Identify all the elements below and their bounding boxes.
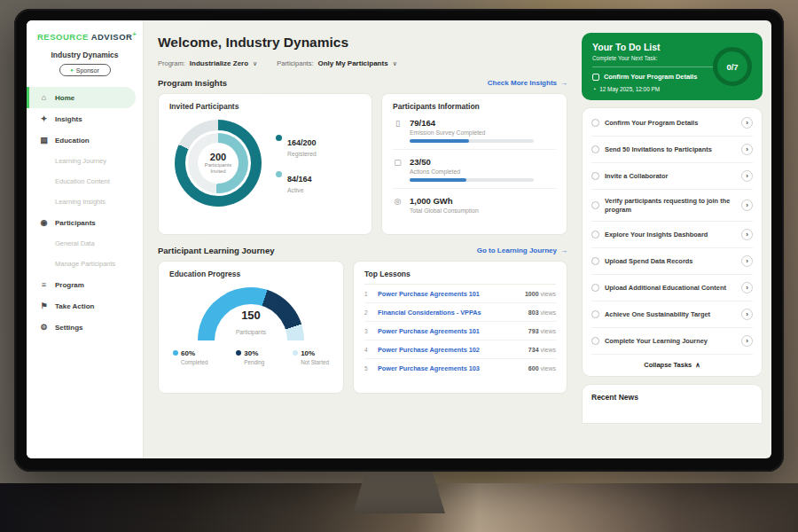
monitor-bezel: RESOURCE ADVISOR+ Industry Dynamics ● Sp… bbox=[14, 9, 784, 472]
lesson-row[interactable]: 4 Power Purchase Agreements 102 734 view… bbox=[364, 340, 556, 359]
sidebar-item-learning-journey[interactable]: Learning Journey bbox=[27, 151, 143, 171]
todo-progress-ring: 0/7 bbox=[713, 47, 752, 86]
lesson-row[interactable]: 5 Power Purchase Agreements 103 600 view… bbox=[364, 359, 556, 377]
donut-center: 200 Participants Invited bbox=[198, 143, 239, 184]
task-radio[interactable] bbox=[591, 337, 599, 345]
task-label: Upload Additional Educational Content bbox=[605, 284, 736, 293]
journey-cards-row: Education Progress 150 Participants 60 bbox=[158, 261, 567, 394]
collapse-tasks-button[interactable]: Collapse Tasks ∧ bbox=[591, 355, 753, 374]
education-gauge-chart: 150 Participants bbox=[198, 287, 304, 342]
task-row[interactable]: Upload Additional Educational Content › bbox=[591, 275, 753, 301]
brand-plus: + bbox=[132, 31, 137, 37]
page-title: Welcome, Industry Dynamics bbox=[158, 35, 567, 51]
chevron-right-icon[interactable]: › bbox=[741, 144, 753, 155]
task-checkbox[interactable] bbox=[592, 74, 599, 81]
invited-donut-chart: 200 Participants Invited bbox=[175, 120, 262, 207]
info-value: 1,000 GWh bbox=[410, 196, 479, 206]
sidebar-item-home[interactable]: ⌂ Home bbox=[27, 87, 136, 108]
sponsor-badge[interactable]: ● Sponsor bbox=[59, 64, 111, 76]
lesson-title-link[interactable]: Power Purchase Agreements 102 bbox=[378, 346, 522, 354]
task-label: Invite a Collaborator bbox=[605, 172, 736, 181]
program-filter-value: Industrialize Zero bbox=[190, 59, 248, 67]
card-title: Participants Information bbox=[393, 102, 556, 111]
sidebar-item-manage-participants[interactable]: Manage Participants bbox=[27, 254, 143, 274]
sidebar-item-insights[interactable]: ✦ Insights bbox=[27, 108, 143, 129]
task-row[interactable]: Achieve One Sustainability Target › bbox=[591, 301, 753, 328]
lesson-row[interactable]: 3 Power Purchase Agreements 101 793 view… bbox=[364, 322, 556, 340]
brand-primary: RESOURCE bbox=[37, 32, 89, 42]
task-label: Explore Your Insights Dashboard bbox=[605, 231, 736, 239]
gauge-center-value: 150 bbox=[198, 309, 304, 322]
task-row[interactable]: Send 50 Invitations to Participants › bbox=[591, 137, 753, 163]
go-to-learning-journey-link[interactable]: Go to Learning Journey → bbox=[477, 246, 567, 254]
task-radio[interactable] bbox=[591, 145, 599, 153]
task-row[interactable]: Verify participants requesting to join t… bbox=[591, 190, 753, 222]
task-radio[interactable] bbox=[591, 284, 599, 292]
task-row[interactable]: Invite a Collaborator › bbox=[591, 163, 753, 190]
task-label: Send 50 Invitations to Participants bbox=[605, 145, 736, 154]
chevron-right-icon[interactable]: › bbox=[741, 309, 753, 320]
sidebar-item-program[interactable]: ≡ Program bbox=[27, 274, 143, 295]
chevron-right-icon[interactable]: › bbox=[741, 170, 753, 182]
scene: RESOURCE ADVISOR+ Industry Dynamics ● Sp… bbox=[0, 0, 798, 532]
sidebar-item-participants[interactable]: ◉ Participants bbox=[27, 212, 143, 233]
filter-bar: Program: Industrialize Zero ∨ Participan… bbox=[158, 59, 567, 67]
lesson-views-unit: views bbox=[539, 365, 556, 372]
task-radio[interactable] bbox=[591, 310, 599, 318]
chevron-right-icon[interactable]: › bbox=[741, 335, 753, 347]
task-row[interactable]: Explore Your Insights Dashboard › bbox=[591, 222, 753, 248]
chevron-right-icon[interactable]: › bbox=[741, 117, 753, 129]
next-task-row[interactable]: Confirm Your Program Details bbox=[592, 73, 725, 81]
participants-filter[interactable]: Participants: Only My Participants ∨ bbox=[277, 59, 397, 67]
lesson-row[interactable]: 2 Financial Considerations - VPPAs 803 v… bbox=[364, 303, 556, 322]
main-content: Welcome, Industry Dynamics Program: Indu… bbox=[144, 20, 578, 458]
section-title: Program Insights bbox=[158, 78, 227, 88]
divider bbox=[592, 66, 716, 67]
legend-item: 10% Not Started bbox=[293, 349, 329, 365]
lesson-views-unit: views bbox=[539, 347, 556, 353]
sidebar-item-education[interactable]: ▤ Education bbox=[27, 129, 143, 151]
task-radio[interactable] bbox=[591, 201, 599, 209]
lesson-title-link[interactable]: Power Purchase Agreements 101 bbox=[378, 327, 522, 335]
task-row[interactable]: Upload Spend Data Records › bbox=[591, 248, 753, 275]
lesson-views-unit: views bbox=[539, 309, 556, 316]
info-value: 79/164 bbox=[410, 118, 534, 128]
sidebar-item-general-data[interactable]: General Data bbox=[27, 233, 143, 254]
chevron-right-icon[interactable]: › bbox=[741, 255, 753, 267]
lesson-title-link[interactable]: Financial Considerations - VPPAs bbox=[378, 309, 522, 317]
lesson-row[interactable]: 1 Power Purchase Agreements 101 1000 vie… bbox=[364, 285, 556, 303]
sidebar-item-learning-insights[interactable]: Learning Insights bbox=[27, 192, 143, 212]
task-radio[interactable] bbox=[591, 231, 599, 239]
lesson-rank: 3 bbox=[364, 328, 372, 334]
gauge-center: 150 Participants bbox=[198, 309, 304, 338]
task-label: Upload Spend Data Records bbox=[605, 257, 736, 266]
chevron-up-icon: ∧ bbox=[695, 361, 700, 369]
insights-icon: ✦ bbox=[39, 114, 49, 123]
task-radio[interactable] bbox=[591, 257, 599, 265]
completed-dot-icon bbox=[173, 350, 178, 356]
lesson-title-link[interactable]: Power Purchase Agreements 103 bbox=[378, 364, 522, 372]
task-row[interactable]: Confirm Your Program Details › bbox=[591, 110, 753, 137]
recent-news-card: Recent News bbox=[582, 384, 763, 424]
task-radio[interactable] bbox=[591, 172, 599, 180]
program-filter[interactable]: Program: Industrialize Zero ∨ bbox=[158, 59, 257, 67]
task-radio[interactable] bbox=[591, 119, 599, 127]
legend-item: 84/164 Active bbox=[276, 169, 317, 193]
todo-summary-card: Your To Do List Complete Your Next Task:… bbox=[582, 33, 763, 100]
lesson-rank: 1 bbox=[364, 291, 372, 297]
lesson-title-link[interactable]: Power Purchase Agreements 101 bbox=[378, 290, 519, 298]
chevron-right-icon[interactable]: › bbox=[741, 282, 753, 293]
sidebar-item-education-content[interactable]: Education Content bbox=[27, 171, 143, 192]
home-icon: ⌂ bbox=[39, 93, 49, 102]
arrow-right-icon: → bbox=[560, 246, 567, 254]
task-list-card: Confirm Your Program Details › Send 50 I… bbox=[582, 107, 763, 377]
sidebar-item-take-action[interactable]: ⚑ Take Action bbox=[27, 295, 143, 317]
chevron-right-icon[interactable]: › bbox=[741, 229, 753, 240]
task-row[interactable]: Complete Your Learning Journey › bbox=[591, 328, 753, 355]
task-label: Complete Your Learning Journey bbox=[605, 337, 736, 346]
lesson-views: 793 bbox=[528, 328, 539, 334]
sidebar-item-settings[interactable]: ⚙ Settings bbox=[27, 317, 143, 338]
chevron-right-icon[interactable]: › bbox=[741, 200, 753, 211]
check-more-insights-link[interactable]: Check More Insights → bbox=[488, 79, 567, 87]
monitor-stand bbox=[353, 471, 445, 513]
